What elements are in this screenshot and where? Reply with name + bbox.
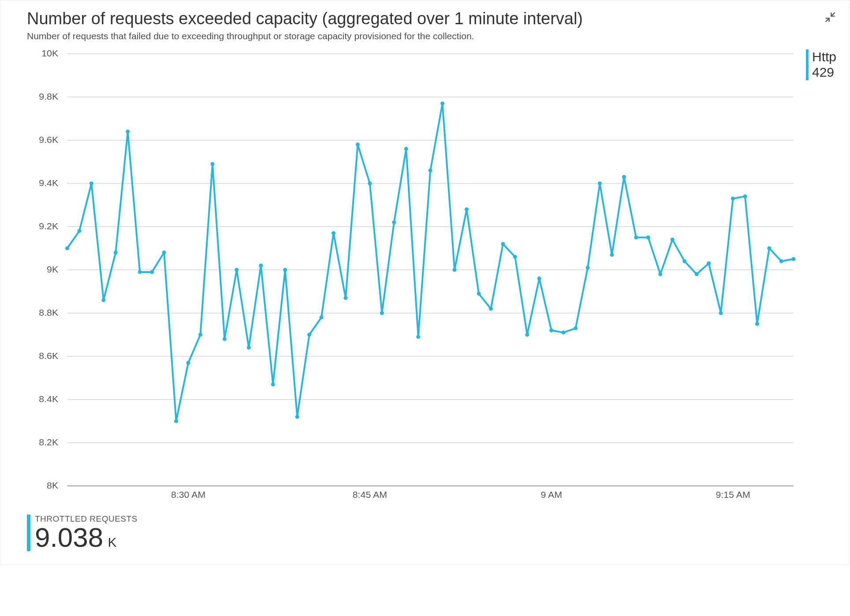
svg-point-83	[743, 194, 747, 198]
svg-point-40	[223, 337, 227, 341]
svg-point-79	[695, 272, 699, 276]
svg-point-53	[380, 311, 384, 315]
svg-text:8.2K: 8.2K	[39, 437, 58, 447]
chart-card: Number of requests exceeded capacity (ag…	[0, 0, 850, 565]
svg-point-82	[731, 197, 735, 201]
svg-point-87	[791, 257, 795, 261]
svg-point-81	[719, 311, 723, 315]
svg-point-86	[779, 259, 783, 263]
svg-point-77	[671, 238, 675, 242]
svg-point-64	[513, 255, 517, 259]
svg-point-65	[525, 333, 529, 337]
svg-point-71	[598, 182, 602, 186]
svg-point-46	[295, 415, 299, 419]
svg-point-84	[755, 322, 759, 326]
svg-text:8:30 AM: 8:30 AM	[171, 489, 205, 500]
svg-point-72	[610, 253, 614, 257]
svg-point-43	[259, 264, 263, 268]
svg-text:8.8K: 8.8K	[39, 307, 58, 317]
svg-point-52	[368, 182, 372, 186]
svg-point-50	[343, 296, 347, 300]
svg-point-45	[283, 268, 287, 272]
metric-value: 9.038	[35, 524, 103, 551]
svg-point-37	[186, 361, 190, 365]
svg-point-35	[162, 250, 166, 254]
legend-line2: 429	[812, 65, 836, 80]
chart-title: Number of requests exceeded capacity (ag…	[27, 9, 836, 28]
svg-point-38	[198, 333, 202, 337]
svg-point-31	[114, 250, 118, 254]
svg-point-29	[89, 182, 93, 186]
svg-point-34	[150, 270, 154, 274]
legend: Http 429	[798, 49, 836, 80]
svg-text:9.2K: 9.2K	[39, 221, 58, 231]
svg-point-44	[271, 382, 275, 386]
svg-point-73	[622, 175, 626, 179]
svg-point-67	[549, 329, 553, 332]
metric-unit: K	[108, 535, 117, 549]
legend-line1: Http	[812, 49, 836, 65]
svg-point-75	[646, 235, 650, 239]
chart-subtitle: Number of requests that failed due to ex…	[27, 31, 836, 41]
svg-point-49	[332, 231, 336, 235]
svg-point-62	[489, 307, 493, 311]
svg-point-78	[682, 259, 686, 263]
svg-point-60	[465, 207, 469, 211]
svg-point-51	[356, 142, 360, 146]
svg-text:9K: 9K	[47, 264, 58, 274]
svg-point-56	[416, 335, 420, 339]
collapse-icon[interactable]	[824, 11, 836, 23]
svg-text:8:45 AM: 8:45 AM	[353, 489, 387, 500]
svg-point-47	[307, 333, 311, 337]
legend-color-bar	[806, 49, 809, 80]
svg-point-57	[429, 168, 432, 172]
svg-text:9.8K: 9.8K	[39, 91, 58, 101]
svg-point-48	[319, 315, 323, 319]
svg-text:8K: 8K	[47, 480, 58, 490]
svg-text:9 AM: 9 AM	[541, 489, 562, 500]
svg-point-39	[210, 162, 214, 166]
legend-label: Http 429	[812, 49, 836, 80]
svg-text:9.6K: 9.6K	[39, 134, 58, 145]
svg-point-27	[65, 246, 69, 250]
svg-text:10K: 10K	[41, 49, 58, 58]
summary-metric: THROTTLED REQUESTS 9.038 K	[27, 515, 836, 551]
svg-point-41	[235, 268, 239, 272]
svg-text:9.4K: 9.4K	[39, 178, 58, 188]
svg-point-42	[247, 346, 251, 350]
svg-point-54	[392, 220, 396, 224]
svg-point-33	[138, 270, 142, 274]
svg-point-68	[562, 331, 566, 335]
svg-point-69	[574, 326, 578, 330]
svg-point-76	[658, 272, 662, 276]
svg-text:8.4K: 8.4K	[39, 394, 58, 404]
svg-point-80	[707, 261, 711, 265]
svg-point-61	[477, 291, 481, 295]
svg-point-70	[585, 266, 589, 270]
svg-point-28	[77, 229, 81, 233]
svg-point-63	[501, 242, 505, 246]
svg-point-66	[537, 276, 541, 280]
svg-point-74	[634, 235, 638, 239]
svg-point-58	[440, 101, 444, 105]
svg-point-32	[126, 130, 130, 134]
svg-point-55	[404, 147, 408, 151]
metric-color-bar	[27, 515, 30, 551]
svg-text:8.6K: 8.6K	[39, 351, 58, 361]
svg-point-59	[452, 268, 456, 272]
svg-point-36	[174, 419, 178, 423]
chart-plot[interactable]: 8K8.2K8.4K8.6K8.8K9K9.2K9.4K9.6K9.8K10K8…	[27, 49, 798, 510]
svg-text:9:15 AM: 9:15 AM	[716, 489, 750, 500]
svg-point-85	[767, 246, 771, 250]
svg-point-30	[101, 298, 105, 302]
